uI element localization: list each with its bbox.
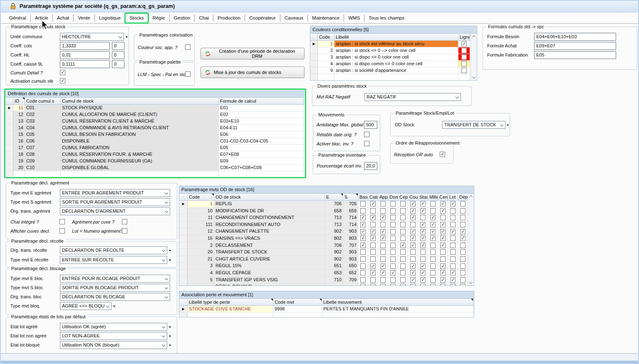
lot-numero-agrement-checkbox[interactable]: [122, 228, 127, 234]
tab-general[interactable]: Général: [5, 15, 31, 22]
column-header-libelle-perte[interactable]: Libellé type de perte: [188, 299, 273, 305]
checkbox[interactable]: [370, 277, 376, 283]
cell[interactable]: C03: [25, 118, 61, 124]
cell[interactable]: [418, 201, 428, 207]
checkbox[interactable]: [370, 249, 376, 255]
cell[interactable]: [358, 256, 368, 263]
checkbox[interactable]: [380, 208, 386, 214]
cell[interactable]: [325, 283, 343, 286]
od-row[interactable]: 3RÉGUL 15%651650: [179, 263, 474, 270]
cell[interactable]: E05: [219, 145, 304, 151]
cell[interactable]: arsplan : si dispo comm <= 0 color one c…: [334, 61, 458, 67]
cell[interactable]: [219, 171, 304, 177]
checkbox[interactable]: [410, 277, 416, 283]
cell[interactable]: [438, 214, 448, 221]
cell[interactable]: [408, 228, 418, 235]
cell[interactable]: 10: [188, 208, 214, 214]
cumul-row[interactable]: 13C03CUMUL RÉSERVATION CLIENT & MARCHÉE0…: [6, 118, 305, 125]
checkbox[interactable]: [360, 249, 366, 255]
cell[interactable]: [368, 201, 378, 207]
checkbox[interactable]: [390, 208, 396, 214]
cell[interactable]: [358, 242, 368, 249]
cell[interactable]: C07: [25, 145, 61, 151]
checkbox[interactable]: [400, 284, 406, 286]
cell[interactable]: RÉGUL CÉPAGE: [214, 270, 325, 276]
checkbox[interactable]: [420, 215, 426, 220]
column-header-ligne[interactable]: Ligne: [458, 34, 470, 40]
checkbox[interactable]: [400, 277, 406, 283]
row-selector[interactable]: [179, 277, 188, 283]
cell[interactable]: 659: [343, 208, 358, 214]
cell[interactable]: arsplan : si stock <= 0 --> color one ce…: [334, 47, 458, 54]
cell[interactable]: [448, 277, 458, 283]
checkbox[interactable]: [360, 229, 366, 234]
checkbox[interactable]: [430, 256, 436, 262]
checkbox[interactable]: [370, 256, 376, 262]
column-header-s[interactable]: S: [343, 194, 358, 200]
mvt-raz-negatif-select[interactable]: RAZ NEGATIF: [364, 93, 461, 101]
afficher-cuves-checkbox[interactable]: [59, 228, 65, 234]
checkbox[interactable]: [360, 201, 366, 207]
cell[interactable]: [388, 228, 398, 235]
checkbox[interactable]: [380, 249, 386, 255]
checkbox[interactable]: [360, 270, 366, 275]
cell[interactable]: [418, 263, 428, 269]
type-mvt-e-agrement-select[interactable]: ENTRÉE POUR AGRÉMENT PRODUIT: [60, 189, 170, 197]
row-selector[interactable]: ▶: [310, 41, 318, 47]
cell[interactable]: CUMUL FABRICATION: [61, 145, 219, 151]
type-mvt-bloq-select[interactable]: AGRÉÉ <=> BLOQUÉ: [60, 302, 111, 310]
row-selector[interactable]: ▶: [6, 105, 13, 111]
checkbox[interactable]: [400, 236, 406, 241]
cell[interactable]: [398, 283, 408, 286]
checkbox[interactable]: [410, 256, 416, 262]
cell[interactable]: TRANSFERT DE STOCK: [214, 249, 325, 256]
cell[interactable]: [428, 235, 438, 242]
column-header-cati[interactable]: Cati: [368, 194, 378, 200]
checkbox[interactable]: [450, 284, 456, 286]
cell[interactable]: [438, 228, 448, 235]
checkbox[interactable]: [390, 201, 396, 207]
cell[interactable]: 4: [318, 61, 334, 67]
checkbox[interactable]: [430, 284, 436, 286]
checkbox[interactable]: [440, 256, 446, 262]
cell[interactable]: [458, 242, 468, 249]
cell[interactable]: 708: [325, 242, 343, 249]
cell[interactable]: [368, 277, 378, 283]
cell[interactable]: E09: [219, 158, 304, 164]
cell[interactable]: 803: [343, 235, 358, 242]
cell[interactable]: CUMUL COMMANDE FOURNISSEUR (OA): [61, 158, 219, 164]
detail-arrow-icon[interactable]: ▸: [169, 334, 171, 338]
cell[interactable]: [25, 171, 61, 177]
checkbox[interactable]: [450, 201, 456, 207]
cumuls-detail-checkbox[interactable]: [60, 70, 65, 75]
checkbox[interactable]: [440, 243, 446, 248]
cell[interactable]: [378, 242, 388, 249]
checkbox[interactable]: [420, 222, 426, 227]
row-selector[interactable]: ▶: [179, 201, 188, 207]
checkbox[interactable]: [410, 201, 416, 207]
checkbox[interactable]: [461, 48, 467, 53]
etat-lot-agree-select[interactable]: Utilisation OK (agréé): [60, 323, 167, 331]
cell[interactable]: [448, 214, 458, 221]
tab-maintenance[interactable]: Maintenance: [308, 15, 344, 22]
cell[interactable]: [408, 283, 418, 286]
checkbox[interactable]: [450, 229, 456, 234]
cell[interactable]: [188, 283, 214, 286]
cell[interactable]: 653: [325, 270, 343, 276]
cell[interactable]: [378, 228, 388, 235]
cell[interactable]: [358, 221, 368, 228]
scroll-down-icon[interactable]: [472, 75, 476, 79]
cell[interactable]: MODIFICATION DE DR: [214, 208, 325, 214]
checkbox[interactable]: [460, 208, 466, 214]
cell[interactable]: CUMUL RÉSERVATION CLIENT & MARCHÉ: [61, 118, 219, 124]
association-row[interactable]: [179, 312, 474, 317]
cell[interactable]: E04-E11: [219, 125, 304, 131]
cell[interactable]: RÉGUL 15%: [214, 263, 325, 269]
checkbox[interactable]: [370, 284, 376, 286]
cell[interactable]: [378, 256, 388, 263]
cell[interactable]: [458, 54, 470, 60]
checkbox[interactable]: [440, 215, 446, 220]
cell[interactable]: 20: [13, 165, 25, 171]
etat-lot-non-agree-select[interactable]: LOT NON-AGREE: [60, 332, 167, 340]
cell[interactable]: [458, 61, 470, 67]
